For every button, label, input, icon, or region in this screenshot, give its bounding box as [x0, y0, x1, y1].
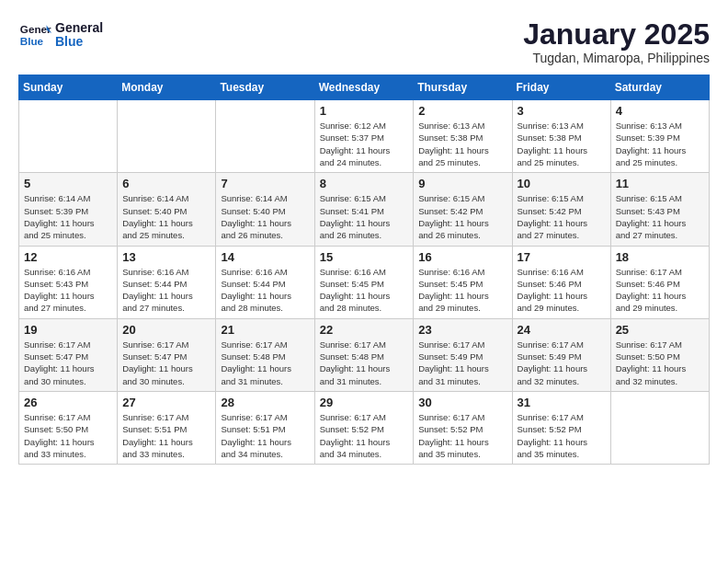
day-number: 31 — [518, 396, 606, 409]
calendar-cell: 22Sunrise: 6:17 AM Sunset: 5:48 PM Dayli… — [314, 318, 414, 391]
day-number: 5 — [24, 177, 112, 190]
calendar-subtitle: Tugdan, Mimaropa, Philippines — [523, 51, 710, 65]
day-info: Sunrise: 6:13 AM Sunset: 5:38 PM Dayligh… — [518, 120, 606, 168]
day-number: 13 — [122, 250, 210, 264]
calendar-cell: 12Sunrise: 6:16 AM Sunset: 5:43 PM Dayli… — [19, 246, 118, 318]
day-info: Sunrise: 6:17 AM Sunset: 5:51 PM Dayligh… — [122, 411, 210, 460]
day-info: Sunrise: 6:17 AM Sunset: 5:46 PM Dayligh… — [616, 266, 704, 315]
day-number: 21 — [221, 323, 309, 337]
calendar-cell: 1Sunrise: 6:12 AM Sunset: 5:37 PM Daylig… — [314, 100, 414, 173]
calendar-table: SundayMondayTuesdayWednesdayThursdayFrid… — [18, 75, 710, 465]
weekday-header: Friday — [512, 75, 610, 100]
calendar-cell: 30Sunrise: 6:17 AM Sunset: 5:52 PM Dayli… — [414, 391, 512, 464]
svg-text:Blue: Blue — [20, 35, 44, 47]
calendar-cell: 31Sunrise: 6:17 AM Sunset: 5:52 PM Dayli… — [512, 391, 610, 464]
calendar-week-row: 19Sunrise: 6:17 AM Sunset: 5:47 PM Dayli… — [19, 318, 710, 391]
day-number: 20 — [122, 323, 210, 337]
day-number: 8 — [320, 177, 409, 190]
calendar-cell: 11Sunrise: 6:15 AM Sunset: 5:43 PM Dayli… — [610, 173, 709, 246]
day-number: 28 — [221, 396, 309, 409]
calendar-week-row: 12Sunrise: 6:16 AM Sunset: 5:43 PM Dayli… — [19, 246, 710, 318]
calendar-cell: 20Sunrise: 6:17 AM Sunset: 5:47 PM Dayli… — [118, 318, 216, 391]
page-header: General Blue General Blue January 2025 T… — [18, 18, 710, 65]
calendar-cell: 7Sunrise: 6:14 AM Sunset: 5:40 PM Daylig… — [216, 173, 314, 246]
day-info: Sunrise: 6:15 AM Sunset: 5:41 PM Dayligh… — [320, 192, 409, 241]
day-info: Sunrise: 6:15 AM Sunset: 5:42 PM Dayligh… — [418, 192, 506, 241]
day-number: 2 — [418, 104, 506, 118]
day-info: Sunrise: 6:16 AM Sunset: 5:45 PM Dayligh… — [418, 266, 506, 315]
logo-icon: General Blue — [18, 18, 51, 52]
calendar-cell: 19Sunrise: 6:17 AM Sunset: 5:47 PM Dayli… — [19, 318, 118, 391]
day-number: 17 — [518, 250, 606, 264]
day-number: 7 — [221, 177, 309, 190]
day-info: Sunrise: 6:17 AM Sunset: 5:48 PM Dayligh… — [221, 339, 309, 387]
weekday-header: Thursday — [414, 75, 512, 100]
day-number: 10 — [518, 177, 606, 190]
day-number: 1 — [320, 104, 409, 118]
weekday-header: Monday — [118, 75, 216, 100]
day-info: Sunrise: 6:17 AM Sunset: 5:47 PM Dayligh… — [122, 339, 210, 387]
day-info: Sunrise: 6:16 AM Sunset: 5:46 PM Dayligh… — [518, 266, 606, 315]
day-info: Sunrise: 6:17 AM Sunset: 5:50 PM Dayligh… — [616, 339, 704, 387]
day-info: Sunrise: 6:14 AM Sunset: 5:40 PM Dayligh… — [122, 192, 210, 241]
calendar-cell: 4Sunrise: 6:13 AM Sunset: 5:39 PM Daylig… — [610, 100, 709, 173]
calendar-cell — [610, 391, 709, 464]
day-info: Sunrise: 6:16 AM Sunset: 5:44 PM Dayligh… — [221, 266, 309, 315]
calendar-cell: 27Sunrise: 6:17 AM Sunset: 5:51 PM Dayli… — [118, 391, 216, 464]
day-number: 11 — [616, 177, 704, 190]
day-number: 6 — [122, 177, 210, 190]
day-info: Sunrise: 6:12 AM Sunset: 5:37 PM Dayligh… — [320, 120, 409, 168]
weekday-header: Sunday — [19, 75, 118, 100]
day-info: Sunrise: 6:15 AM Sunset: 5:42 PM Dayligh… — [518, 192, 606, 241]
day-info: Sunrise: 6:17 AM Sunset: 5:51 PM Dayligh… — [221, 411, 309, 460]
day-info: Sunrise: 6:16 AM Sunset: 5:44 PM Dayligh… — [122, 266, 210, 315]
calendar-cell: 24Sunrise: 6:17 AM Sunset: 5:49 PM Dayli… — [512, 318, 610, 391]
day-info: Sunrise: 6:17 AM Sunset: 5:47 PM Dayligh… — [24, 339, 112, 387]
day-number: 4 — [616, 104, 704, 118]
title-block: January 2025 Tugdan, Mimaropa, Philippin… — [523, 18, 710, 65]
day-info: Sunrise: 6:17 AM Sunset: 5:48 PM Dayligh… — [320, 339, 409, 387]
day-info: Sunrise: 6:17 AM Sunset: 5:52 PM Dayligh… — [518, 411, 606, 460]
day-number: 29 — [320, 396, 409, 409]
day-info: Sunrise: 6:17 AM Sunset: 5:50 PM Dayligh… — [24, 411, 112, 460]
day-number: 19 — [24, 323, 112, 337]
calendar-cell: 17Sunrise: 6:16 AM Sunset: 5:46 PM Dayli… — [512, 246, 610, 318]
day-info: Sunrise: 6:13 AM Sunset: 5:38 PM Dayligh… — [418, 120, 506, 168]
day-number: 25 — [616, 323, 704, 337]
day-info: Sunrise: 6:14 AM Sunset: 5:40 PM Dayligh… — [221, 192, 309, 241]
logo-general: General — [55, 21, 103, 35]
calendar-cell: 2Sunrise: 6:13 AM Sunset: 5:38 PM Daylig… — [414, 100, 512, 173]
day-number: 16 — [418, 250, 506, 264]
calendar-cell: 23Sunrise: 6:17 AM Sunset: 5:49 PM Dayli… — [414, 318, 512, 391]
day-info: Sunrise: 6:17 AM Sunset: 5:52 PM Dayligh… — [320, 411, 409, 460]
day-number: 23 — [418, 323, 506, 337]
calendar-week-row: 26Sunrise: 6:17 AM Sunset: 5:50 PM Dayli… — [19, 391, 710, 464]
day-number: 18 — [616, 250, 704, 264]
calendar-cell: 29Sunrise: 6:17 AM Sunset: 5:52 PM Dayli… — [314, 391, 414, 464]
weekday-header: Wednesday — [314, 75, 414, 100]
calendar-cell — [216, 100, 314, 173]
calendar-cell: 5Sunrise: 6:14 AM Sunset: 5:39 PM Daylig… — [19, 173, 118, 246]
calendar-cell: 9Sunrise: 6:15 AM Sunset: 5:42 PM Daylig… — [414, 173, 512, 246]
day-number: 30 — [418, 396, 506, 409]
day-number: 9 — [418, 177, 506, 190]
day-number: 26 — [24, 396, 112, 409]
calendar-cell: 16Sunrise: 6:16 AM Sunset: 5:45 PM Dayli… — [414, 246, 512, 318]
day-info: Sunrise: 6:13 AM Sunset: 5:39 PM Dayligh… — [616, 120, 704, 168]
calendar-cell: 14Sunrise: 6:16 AM Sunset: 5:44 PM Dayli… — [216, 246, 314, 318]
calendar-cell: 13Sunrise: 6:16 AM Sunset: 5:44 PM Dayli… — [118, 246, 216, 318]
day-number: 27 — [122, 396, 210, 409]
calendar-cell: 15Sunrise: 6:16 AM Sunset: 5:45 PM Dayli… — [314, 246, 414, 318]
calendar-cell: 18Sunrise: 6:17 AM Sunset: 5:46 PM Dayli… — [610, 246, 709, 318]
day-number: 15 — [320, 250, 409, 264]
day-info: Sunrise: 6:17 AM Sunset: 5:52 PM Dayligh… — [418, 411, 506, 460]
day-number: 24 — [518, 323, 606, 337]
day-number: 22 — [320, 323, 409, 337]
day-info: Sunrise: 6:16 AM Sunset: 5:45 PM Dayligh… — [320, 266, 409, 315]
day-info: Sunrise: 6:16 AM Sunset: 5:43 PM Dayligh… — [24, 266, 112, 315]
calendar-title: January 2025 — [523, 18, 710, 51]
day-number: 12 — [24, 250, 112, 264]
weekday-header: Saturday — [610, 75, 709, 100]
calendar-cell: 10Sunrise: 6:15 AM Sunset: 5:42 PM Dayli… — [512, 173, 610, 246]
calendar-cell: 8Sunrise: 6:15 AM Sunset: 5:41 PM Daylig… — [314, 173, 414, 246]
